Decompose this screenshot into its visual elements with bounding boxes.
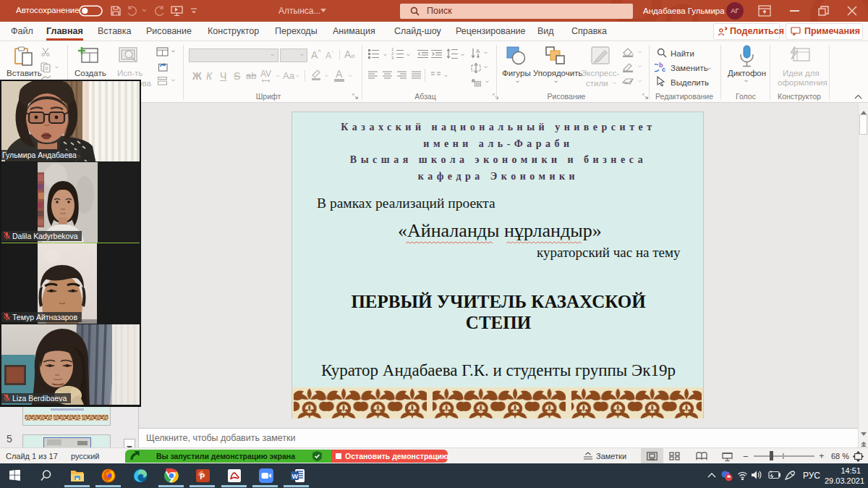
svg-text:W: W — [292, 473, 299, 480]
svg-text:А: А — [476, 48, 480, 54]
svg-text:P: P — [200, 472, 205, 481]
svg-text:c: c — [662, 66, 665, 72]
